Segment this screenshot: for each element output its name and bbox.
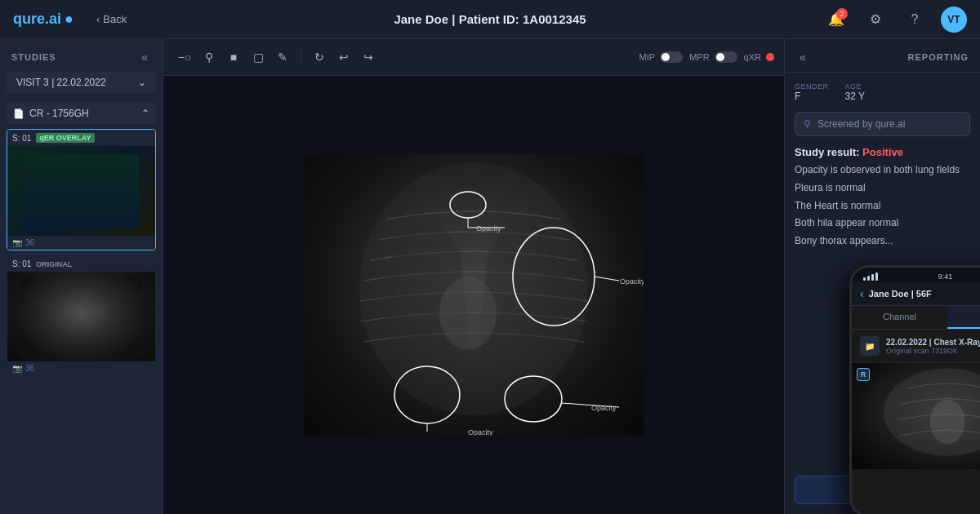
notification-badge: 2 (836, 8, 848, 20)
studies-title: STUDIES (11, 52, 56, 62)
help-button[interactable]: ? (902, 7, 928, 33)
phone-tab-channel[interactable]: Channel (852, 306, 947, 329)
patient-meta: GENDER F AGE 32 Y (795, 82, 970, 102)
zoom-in-button[interactable]: ⚲ (198, 46, 220, 69)
phone-overlay: 9:41 100% ‹ Jane Doe | 56F ↗ Channel Vie… (849, 265, 980, 514)
patient-header: Jane Doe | Patient ID: 1A0012345 (394, 12, 586, 26)
app-logo: qure.ai ● (13, 11, 74, 28)
phone-signal-icon (863, 273, 878, 281)
file-icon: 📄 (13, 109, 24, 119)
mpr-toggle[interactable]: MPR (689, 51, 737, 63)
cr-header-left: 📄 CR - 1756GH (13, 108, 89, 119)
chevron-up-icon: ⌃ (141, 108, 149, 119)
phone-header: ‹ Jane Doe | 56F ↗ (852, 282, 980, 306)
annotations-svg: Opacity Opacity Opacity Opacity (305, 154, 644, 436)
cr-header[interactable]: 📄 CR - 1756GH ⌃ (7, 103, 156, 124)
zoom-tools: −○ ⚲ ■ ▢ ✎ (173, 46, 294, 69)
collapse-reporting-button[interactable]: « (796, 49, 809, 65)
xray-area: Opacity Opacity Opacity Opacity (163, 76, 784, 514)
zoom-out-button[interactable]: −○ (173, 46, 196, 69)
redo-button[interactable]: ↪ (357, 46, 380, 69)
svg-text:Opacity: Opacity (468, 428, 493, 436)
search-text: Screened by qure.ai (817, 118, 905, 130)
phone-xray-svg (852, 363, 980, 469)
draw-button[interactable]: ✎ (271, 46, 294, 69)
study-result-label: Study result: Positive (795, 146, 970, 158)
finding-item-2: The Heart is normal (795, 199, 970, 213)
window-level-button[interactable]: ■ (222, 46, 245, 69)
cr-section: 📄 CR - 1756GH ⌃ S: 01 qER OVERLAY (0, 100, 163, 384)
reporting-panel: « REPORTING GENDER F AGE 32 Y ⚲ Screened… (784, 39, 980, 514)
phone-scan-folder-icon: 📁 (860, 336, 880, 356)
xray-thumb-small (7, 272, 155, 361)
toolbar-divider (301, 49, 301, 65)
svg-text:Opacity: Opacity (476, 224, 501, 233)
qxr-dot (766, 53, 774, 61)
gender-meta: GENDER F (795, 82, 829, 102)
svg-point-16 (930, 400, 965, 445)
scan-thumbnail-overlay (7, 146, 155, 236)
scan-label-original: S: 01 ORIGINAL (7, 256, 155, 272)
svg-text:Opacity: Opacity (620, 277, 644, 286)
topbar: qure.ai ● ‹ Back Jane Doe | Patient ID: … (0, 0, 980, 39)
study-result: Study result: Positive Opacity is observ… (795, 146, 970, 248)
studies-panel: STUDIES « VISIT 3 | 22.02.2022 ⌄ 📄 CR - … (0, 39, 163, 514)
svg-point-1 (439, 277, 497, 350)
qxr-toggle[interactable]: qXR (744, 52, 774, 62)
phone-xray-preview: R (852, 363, 980, 469)
phone-back-icon[interactable]: ‹ (860, 287, 864, 300)
toggle-group: MIP MPR qXR (639, 51, 774, 63)
undo-button[interactable]: ↩ (332, 46, 355, 69)
phone-scan-item[interactable]: 📁 22.02.2022 | Chest X-Ray Original scan… (852, 330, 980, 363)
rotate-button[interactable]: ↻ (308, 46, 331, 69)
phone-r-badge: R (857, 368, 870, 381)
finding-item-4: Bony thorax appears... (795, 234, 970, 248)
finding-item-3: Both hila appear normal (795, 216, 970, 230)
scan-footer-overlay: 📷 36 (7, 236, 155, 250)
back-arrow-icon: ‹ (96, 13, 100, 25)
studies-header: STUDIES « (0, 39, 163, 72)
finding-item-1: Pleura is normal (795, 181, 970, 195)
phone-tab-viewer[interactable]: Viewer (947, 306, 980, 329)
age-meta: AGE 32 Y (845, 82, 865, 102)
mpr-switch[interactable] (715, 51, 737, 63)
mip-switch[interactable] (660, 51, 683, 63)
scan-thumbnail-original (7, 272, 155, 361)
phone-scan-info: 22.02.2022 | Chest X-Ray Original scan 7… (886, 338, 980, 355)
back-button[interactable]: ‹ Back (90, 10, 133, 29)
scan-label-overlay: S: 01 qER OVERLAY (7, 130, 155, 146)
settings-button[interactable]: ⚙ (862, 7, 889, 33)
svg-line-6 (595, 277, 619, 281)
topbar-actions: 🔔 2 ⚙ ? VT (823, 7, 967, 33)
help-icon: ? (911, 12, 919, 27)
scan-item-original[interactable]: S: 01 ORIGINAL 📷 36 (7, 255, 156, 376)
search-icon: ⚲ (804, 118, 811, 130)
collapse-studies-button[interactable]: « (138, 49, 151, 65)
user-avatar[interactable]: VT (941, 7, 967, 33)
notifications-button[interactable]: 🔔 2 (823, 7, 849, 33)
result-value: Positive (862, 146, 903, 158)
undo-tools: ↻ ↩ ↪ (308, 46, 380, 69)
image-icon: 📷 (12, 238, 22, 247)
xray-main-image: Opacity Opacity Opacity Opacity (305, 154, 644, 436)
phone-tabs: Channel Viewer (852, 306, 980, 330)
lung-shape (24, 154, 139, 228)
viewer-panel: −○ ⚲ ■ ▢ ✎ ↻ ↩ ↪ MIP MPR (163, 39, 784, 514)
reporting-header: « REPORTING (785, 39, 980, 73)
main-layout: STUDIES « VISIT 3 | 22.02.2022 ⌄ 📄 CR - … (0, 39, 980, 514)
viewer-toolbar: −○ ⚲ ■ ▢ ✎ ↻ ↩ ↪ MIP MPR (163, 39, 784, 76)
finding-item-0: Opacity is observed in both lung fields (795, 163, 970, 177)
visit-selector[interactable]: VISIT 3 | 22.02.2022 ⌄ (7, 72, 156, 93)
image-icon-2: 📷 (12, 364, 22, 373)
chevron-down-icon: ⌄ (138, 77, 146, 88)
reporting-title: REPORTING (908, 52, 969, 62)
capture-button[interactable]: ▢ (247, 46, 270, 69)
scan-footer-original: 📷 36 (7, 361, 155, 375)
gear-icon: ⚙ (870, 11, 881, 27)
search-box[interactable]: ⚲ Screened by qure.ai (795, 112, 970, 136)
phone-patient-name: Jane Doe | 56F (869, 289, 932, 299)
mip-toggle[interactable]: MIP (639, 51, 684, 63)
svg-text:Opacity: Opacity (591, 404, 617, 412)
scan-item-overlay[interactable]: S: 01 qER OVERLAY 📷 36 (7, 129, 156, 250)
phone-status-bar: 9:41 100% (852, 268, 980, 282)
